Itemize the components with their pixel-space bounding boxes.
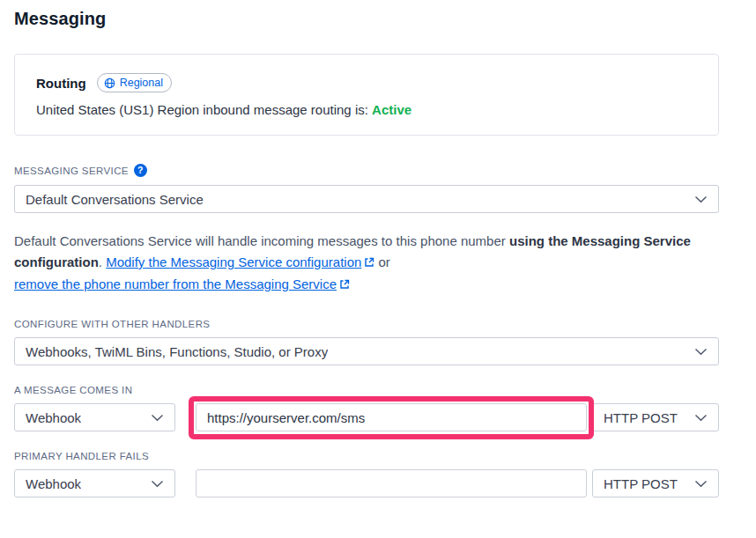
message-comes-in-url-wrap xyxy=(196,403,587,431)
routing-status-value: Active xyxy=(372,102,411,117)
chevron-down-icon xyxy=(151,480,164,488)
other-handlers-label: CONFIGURE WITH OTHER HANDLERS xyxy=(14,319,210,329)
other-handlers-selected-value: Webhooks, TwiML Bins, Functions, Studio,… xyxy=(26,344,328,359)
messaging-config-page: Messaging Routing Regional United States… xyxy=(14,0,719,497)
method-selected-value: HTTP POST xyxy=(604,476,678,491)
handler-selected-value: Webhook xyxy=(26,476,81,491)
globe-icon xyxy=(104,77,115,89)
message-comes-in-label-row: A MESSAGE COMES IN xyxy=(14,385,719,395)
routing-card: Routing Regional United States (US1) Reg… xyxy=(14,54,719,136)
messaging-service-label: MESSAGING SERVICE xyxy=(14,166,129,176)
message-comes-in-label: A MESSAGE COMES IN xyxy=(14,385,132,395)
routing-title: Routing xyxy=(36,76,86,91)
routing-status-text: United States (US1) Region inbound messa… xyxy=(36,102,372,117)
chevron-down-icon xyxy=(694,414,708,422)
modify-messaging-service-link[interactable]: Modify the Messaging Service configurati… xyxy=(106,254,374,269)
method-selected-value: HTTP POST xyxy=(604,410,678,425)
help-icon[interactable]: ? xyxy=(134,164,147,177)
message-comes-in-row: Webhook HTTP POST xyxy=(14,403,719,431)
external-link-icon xyxy=(364,253,374,274)
chevron-down-icon xyxy=(694,480,708,488)
regional-badge-label: Regional xyxy=(120,76,163,90)
routing-card-header: Routing Regional xyxy=(36,73,697,92)
page-title: Messaging xyxy=(14,9,719,29)
primary-handler-fails-url-wrap xyxy=(196,469,587,497)
primary-handler-fails-label-row: PRIMARY HANDLER FAILS xyxy=(14,451,719,461)
primary-handler-fails-handler-select[interactable]: Webhook xyxy=(14,469,175,497)
primary-handler-fails-url-input[interactable] xyxy=(196,469,587,497)
messaging-service-select[interactable]: Default Conversations Service xyxy=(14,185,719,213)
handler-selected-value: Webhook xyxy=(26,410,81,425)
messaging-service-selected-value: Default Conversations Service xyxy=(26,192,204,207)
messaging-service-description: Default Conversations Service will handl… xyxy=(14,231,719,296)
regional-badge: Regional xyxy=(97,73,172,92)
external-link-icon xyxy=(339,275,350,296)
chevron-down-icon xyxy=(694,348,708,356)
other-handlers-select[interactable]: Webhooks, TwiML Bins, Functions, Studio,… xyxy=(14,337,719,365)
remove-phone-number-link[interactable]: remove the phone number from the Messagi… xyxy=(14,276,350,291)
message-comes-in-handler-select[interactable]: Webhook xyxy=(14,403,175,431)
chevron-down-icon xyxy=(694,195,708,203)
other-handlers-label-row: CONFIGURE WITH OTHER HANDLERS xyxy=(14,319,719,329)
primary-handler-fails-row: Webhook HTTP POST xyxy=(14,469,719,497)
primary-handler-fails-label: PRIMARY HANDLER FAILS xyxy=(14,451,149,461)
message-comes-in-method-select[interactable]: HTTP POST xyxy=(592,403,719,431)
chevron-down-icon xyxy=(151,414,164,422)
description-text: Default Conversations Service will handl… xyxy=(14,233,509,248)
primary-handler-fails-method-select[interactable]: HTTP POST xyxy=(592,469,719,497)
messaging-service-label-row: MESSAGING SERVICE ? xyxy=(14,164,719,177)
routing-status-line: United States (US1) Region inbound messa… xyxy=(36,102,697,117)
message-comes-in-url-input[interactable] xyxy=(196,403,587,431)
